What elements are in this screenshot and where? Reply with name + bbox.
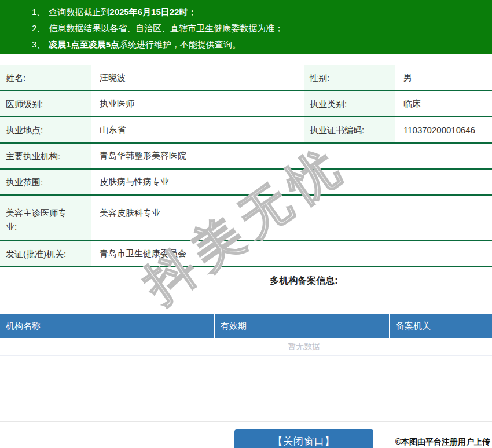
practice-scope-label: 执业范围: [0,170,91,194]
doctor-level-label: 医师级别: [0,91,91,116]
notice-text: ； [188,7,196,17]
query-result-window: 1、查询数据截止到2025年6月15日22时； 2、信息数据结果以各省、自治区、… [0,0,492,448]
name-value: 汪晓波 [91,65,304,90]
practice-location-label: 执业地点: [0,117,91,142]
cosmetic-specialty-value: 美容皮肤科专业 [91,196,492,240]
filing-table-empty-state: 暂无数据 [0,338,492,356]
cosmetic-specialty-label: 美容主诊医师专业: [0,196,91,240]
info-row-main-institution: 主要执业机构: 青岛华韩整形美容医院 [0,144,492,170]
practice-location-value: 山东省 [91,117,304,142]
notice-line: 3、凌晨1点至凌晨5点系统进行维护，不能提供查询。 [32,36,492,53]
notice-text: 查询数据截止到 [49,7,109,17]
close-window-button[interactable]: 【关闭窗口】 [234,429,373,448]
info-row-cosmetic-specialty: 美容主诊医师专业: 美容皮肤科专业 [0,196,492,241]
notice-number: 1、 [32,7,45,17]
practice-scope-value: 皮肤病与性病专业 [91,170,492,194]
filing-table-header: 机构名称 有效期 备案机关 [0,314,492,338]
main-institution-value: 青岛华韩整形美容医院 [91,144,492,168]
notice-number: 2、 [32,23,45,33]
notice-text: 信息数据结果以各省、自治区、直辖市卫生健康委数据为准； [49,23,283,33]
practitioner-info-table: 姓名: 汪晓波 性别: 男 医师级别: 执业医师 执业类别: 临床 执业地点: … [0,65,492,267]
main-institution-label: 主要执业机构: [0,144,91,168]
doctor-level-value: 执业医师 [91,91,304,116]
filing-section-title: 多机构备案信息: [0,267,492,295]
gender-value: 男 [395,65,492,90]
notice-banner: 1、查询数据截止到2025年6月15日22时； 2、信息数据结果以各省、自治区、… [0,0,492,54]
notice-line: 2、信息数据结果以各省、自治区、直辖市卫生健康委数据为准； [32,20,492,36]
spacer [0,356,492,421]
notice-line: 1、查询数据截止到2025年6月15日22时； [32,4,492,20]
issuing-authority-label: 发证(批准)机关: [0,241,91,266]
gender-label: 性别: [304,65,395,90]
column-header-filing-authority: 备案机关 [390,314,492,338]
certificate-number-value: 110370200010646 [395,117,492,142]
info-row-practice-scope: 执业范围: 皮肤病与性病专业 [0,170,492,196]
page: 1、查询数据截止到2025年6月15日22时； 2、信息数据结果以各省、自治区、… [0,0,492,448]
notice-text-bold: 凌晨1点至凌晨5点 [49,39,119,49]
info-row-issuing-authority: 发证(批准)机关: 青岛市卫生健康委员会 [0,241,492,267]
notice-number: 3、 [32,39,45,49]
info-row-location-certno: 执业地点: 山东省 执业证书编码: 110370200010646 [0,117,492,144]
practice-category-value: 临床 [395,91,492,116]
practice-category-label: 执业类别: [304,91,395,116]
issuing-authority-value: 青岛市卫生健康委员会 [91,241,492,266]
notice-text-bold: 2025年6月15日22时 [109,7,188,17]
column-header-institution-name: 机构名称 [0,314,215,338]
name-label: 姓名: [0,65,91,90]
certificate-number-label: 执业证书编码: [304,117,395,142]
notice-text: 系统进行维护，不能提供查询。 [119,39,241,49]
attribution-watermark: ©本图由平台注册用户上传 [395,437,490,447]
info-row-level-category: 医师级别: 执业医师 执业类别: 临床 [0,91,492,117]
info-row-name-gender: 姓名: 汪晓波 性别: 男 [0,65,492,91]
column-header-validity-period: 有效期 [215,314,390,338]
